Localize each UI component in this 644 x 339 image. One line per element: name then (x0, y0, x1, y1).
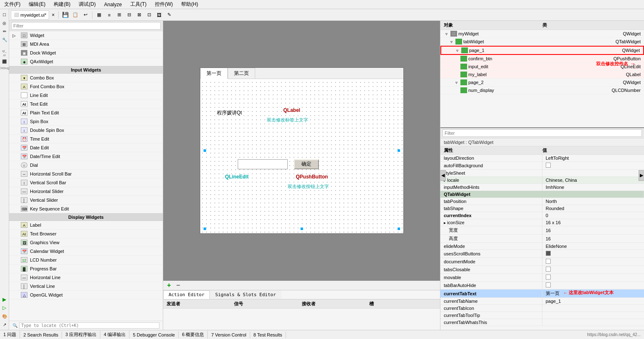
status-item-problems[interactable]: 1 问题 (0, 331, 20, 339)
status-item-debugger[interactable]: 5 Debugger Console (129, 332, 179, 338)
side-btn-tools[interactable]: 🔧 (1, 36, 8, 43)
menu-widgets[interactable]: 控件(W) (152, 0, 175, 9)
status-item-vcs[interactable]: 7 Version Control (208, 332, 250, 338)
list-item[interactable]: AI Text Browser (9, 230, 163, 238)
status-item-compile[interactable]: 4 编译输出 (100, 331, 129, 339)
list-item[interactable]: ▾ Combo Box (9, 74, 163, 82)
list-item[interactable]: ▷ □ Widget (9, 31, 163, 40)
list-item[interactable]: ▓ Progress Bar (9, 265, 163, 273)
list-item[interactable]: ↕ Vertical Scroll Bar (9, 178, 163, 187)
toolbar-btn-8[interactable]: ✎ (164, 10, 174, 20)
list-item[interactable]: 12 LCD Number (9, 256, 163, 265)
toolbar-btn-2[interactable]: ≡ (104, 10, 114, 20)
status-item-test[interactable]: 8 Test Results (250, 332, 286, 338)
menu-file[interactable]: 文件(F) (2, 0, 23, 9)
widget-filter-area (9, 21, 163, 31)
canvas-tab-page1[interactable]: 第一页 (200, 68, 228, 79)
list-item[interactable]: 📅 Date Edit (9, 144, 163, 152)
expand-icon[interactable]: ▿ (450, 40, 455, 44)
tree-item-page1[interactable]: ▿ page_1 QWidget (440, 46, 644, 55)
toolbar-btn-undo[interactable]: ↩ (81, 10, 90, 20)
widget-filter-input[interactable] (11, 22, 161, 30)
toolbar-file-tab[interactable]: ⬜ mywidget.ui* (11, 10, 49, 20)
remove-action-btn[interactable]: − (174, 282, 182, 289)
list-item[interactable]: A Font Combo Box (9, 82, 163, 91)
expand-icon[interactable]: ▿ (455, 80, 460, 85)
toolbar-btn-save[interactable]: 💾 (61, 10, 70, 20)
list-item[interactable]: — Horizontal Line (9, 273, 163, 282)
checkbox-docmode[interactable] (546, 259, 551, 264)
menu-edit[interactable]: 编辑(E) (26, 0, 48, 9)
list-item[interactable]: ↕ Double Spin Box (9, 126, 163, 135)
toolbar-btn-1[interactable]: ▦ (94, 10, 104, 20)
list-item[interactable]: △ OpenGL Widget (9, 291, 163, 299)
toolbar-btn-7[interactable]: 🖼 (154, 10, 164, 20)
checkbox-autofill[interactable] (546, 163, 551, 168)
tree-item-page2[interactable]: ▿ page_2 QWidget (440, 79, 644, 87)
toolbar-btn-4[interactable]: ⊟ (124, 10, 134, 20)
canvas-tab-page2[interactable]: 第二页 (228, 68, 255, 79)
status-item-search[interactable]: 2 Search Results (20, 332, 62, 338)
side-btn-play2[interactable]: ▷ (1, 304, 8, 312)
menu-tools[interactable]: 工具(T) (128, 0, 149, 9)
left-collapse-arrow[interactable]: ◀ (440, 170, 446, 181)
toolbar-close-btn[interactable]: × (50, 11, 56, 19)
prop-section-iconsize[interactable]: ▸ iconSize 16 x 16 (440, 219, 644, 226)
side-btn-play[interactable]: ▶ (1, 296, 8, 303)
toolbar-btn-3[interactable]: ⊞ (114, 10, 124, 20)
menu-help[interactable]: 帮助(H) (179, 0, 201, 9)
expand-icon[interactable]: ▿ (456, 48, 461, 53)
list-item[interactable]: 🖼 Graphics View (9, 238, 163, 247)
checkbox-movable[interactable] (546, 275, 551, 280)
right-collapse-arrow[interactable]: ▶ (639, 170, 644, 181)
add-action-btn[interactable]: + (165, 282, 173, 289)
side-btn-select[interactable]: □ (1, 11, 8, 18)
menu-debug[interactable]: 调试(D) (76, 0, 98, 9)
list-item[interactable]: — Horizontal Slider (9, 187, 163, 196)
prop-filter-input[interactable] (443, 129, 642, 137)
canvas-lineedit[interactable] (238, 159, 288, 169)
canvas-qlabel-hint[interactable]: 双击修改标签上文字 (267, 117, 308, 123)
list-item[interactable]: ○ Dial (9, 161, 163, 170)
checkbox-tabbarauto[interactable] (546, 282, 551, 287)
toolbar-btn-5[interactable]: ⊠ (134, 10, 144, 20)
list-item[interactable]: ◈ QAxWidget (9, 57, 163, 66)
list-item[interactable]: ▣ Dock Widget (9, 49, 163, 57)
menu-build[interactable]: 构建(B) (51, 0, 73, 9)
tab-signals-slots[interactable]: Signals & Slots Editor (210, 290, 281, 299)
tree-item-tabwidget[interactable]: ▿ tabWidget QTabWidget (440, 38, 644, 46)
list-item[interactable]: │ Vertical Slider (9, 196, 163, 205)
list-item[interactable]: AI Text Edit (9, 100, 163, 109)
list-item[interactable]: 📅 Date/Time Edit (9, 152, 163, 161)
design-canvas[interactable]: 第一页 第二页 程序媛讲Qt (200, 67, 404, 234)
menu-analyze[interactable]: Analyze (102, 1, 124, 8)
expand-icon[interactable]: ▿ (445, 32, 450, 36)
list-item[interactable]: AI Plain Text Edit (9, 109, 163, 117)
tree-item-mylabel[interactable]: my_label QLabel (440, 71, 644, 79)
toolbar-btn-6[interactable]: ⊡ (144, 10, 154, 20)
checkbox-tabsclosable[interactable] (546, 267, 551, 272)
list-item[interactable]: Line Edit (9, 91, 163, 100)
list-item[interactable]: ↕ Spin Box (9, 117, 163, 126)
list-item[interactable]: ↔ Horizontal Scroll Bar (9, 170, 163, 178)
prop-section-locale[interactable]: ▸ locale Chinese, China (440, 177, 644, 184)
list-item[interactable]: A Label (9, 221, 163, 230)
tree-item-mywidget[interactable]: ▿ □ myWidget QWidget (440, 30, 644, 38)
canvas-button[interactable]: 确定 (294, 159, 319, 169)
list-item[interactable]: ⏰ Time Edit (9, 135, 163, 144)
status-item-appout[interactable]: 3 应用程序输出 (62, 331, 100, 339)
list-item[interactable]: 📅 Calendar Widget (9, 247, 163, 256)
side-btn-draw[interactable]: ✏ (1, 27, 8, 35)
tree-item-numdisplay[interactable]: num_display QLCDNumber (440, 87, 644, 94)
side-btn-paint[interactable]: 🎨 (1, 312, 8, 320)
side-btn-search[interactable]: ↗ (1, 321, 8, 328)
tab-action-editor[interactable]: Action Editor (163, 290, 210, 299)
side-btn-mode[interactable]: ◎ (1, 19, 8, 27)
checkbox-scrollbtns[interactable] (546, 251, 551, 256)
status-item-summary[interactable]: 6 概要信息 (179, 331, 208, 339)
list-item[interactable]: │ Vertical Line (9, 282, 163, 291)
locate-input[interactable] (19, 322, 159, 329)
toolbar-btn-save-all[interactable]: 📋 (71, 10, 80, 20)
list-item[interactable]: ⌨ Key Sequence Edit (9, 205, 163, 213)
list-item[interactable]: ⊞ MDI Area (9, 40, 163, 49)
